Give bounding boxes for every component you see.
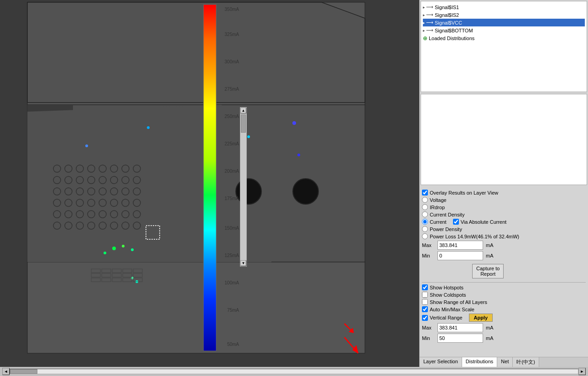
- irdrop-label: IRdrop: [430, 205, 445, 210]
- graph-area: [421, 94, 587, 185]
- expand-icon-is2: ▸: [423, 13, 425, 17]
- show-hotspots-row: Show Hotspots: [422, 284, 586, 290]
- loaded-dist-label: Loaded Distributions: [429, 36, 474, 41]
- sig-is2-label: Signal$IS2: [435, 12, 459, 18]
- min-input-row: Min mA: [422, 251, 586, 260]
- tree-item-sig-is1[interactable]: ▸ ⟶ Signal$IS1: [423, 3, 585, 11]
- show-hotspots-checkbox[interactable]: [422, 284, 428, 290]
- overlay-label: Overlay Results on Layer View: [430, 190, 498, 196]
- via-absolute-label: Via Absolute Current: [461, 219, 507, 225]
- tab-net[interactable]: Net: [497, 357, 513, 367]
- vert-max-label: Max: [422, 325, 436, 330]
- auto-minmax-row: Auto Min/Max Scale: [422, 306, 586, 312]
- scale-label-325: 325mA: [224, 32, 239, 37]
- scroll-right-btn[interactable]: ►: [578, 368, 586, 375]
- current-radio[interactable]: [422, 219, 428, 225]
- scale-label-225: 225mA: [224, 141, 239, 146]
- tab-more[interactable]: 叶(中文): [513, 357, 539, 367]
- expand-icon-bottom: ▸: [423, 28, 425, 33]
- tab-bar: Layer Selection Distributions Net 叶(中文): [420, 357, 588, 367]
- max-input[interactable]: [437, 241, 483, 250]
- show-coldspots-checkbox[interactable]: [422, 292, 428, 298]
- vertical-range-label: Vertical Range: [430, 315, 463, 320]
- scale-label-150: 150mA: [224, 226, 239, 231]
- svg-point-56: [247, 135, 250, 138]
- power-density-row: Power Density: [422, 226, 586, 232]
- max-input-row: Max mA: [422, 241, 586, 250]
- tree-item-sig-vcc[interactable]: ▸ ⟶ Signal$VCC: [423, 19, 585, 26]
- irdrop-radio[interactable]: [422, 204, 428, 210]
- svg-rect-2: [27, 262, 365, 353]
- min-input[interactable]: [437, 251, 483, 260]
- controls-area: Overlay Results on Layer View Voltage IR…: [420, 186, 588, 357]
- vertical-scrollbar[interactable]: ▲ ▼: [240, 107, 247, 267]
- max-unit: mA: [486, 242, 494, 248]
- svg-point-63: [104, 252, 106, 254]
- tab-layer-selection[interactable]: Layer Selection: [420, 357, 462, 367]
- overlay-checkbox[interactable]: [422, 190, 428, 196]
- vertical-range-row: Vertical Range Apply: [422, 314, 586, 322]
- min-unit: mA: [486, 253, 494, 258]
- vert-min-row: Min mA: [422, 334, 586, 343]
- bottom-scrollbar-area: ◄ ►: [0, 367, 588, 376]
- loaded-dist-icon: ⊕: [423, 35, 427, 41]
- scroll-left-btn[interactable]: ◄: [2, 368, 10, 375]
- show-range-all-row: Show Range of All Layers: [422, 299, 586, 305]
- scroll-down-btn[interactable]: ▼: [240, 260, 246, 266]
- sig-vcc-label: Signal$VCC: [435, 20, 462, 26]
- current-density-radio[interactable]: [422, 211, 428, 217]
- horizontal-scrollbar-track[interactable]: [10, 369, 578, 374]
- divider-1: [422, 282, 586, 283]
- svg-point-62: [131, 248, 134, 251]
- power-loss-label: Power Loss 14.9mW(46.1% of 32.4mW): [430, 234, 519, 239]
- sig-is1-icon: ⟶: [426, 4, 433, 10]
- scale-label-175: 175mA: [224, 196, 239, 201]
- irdrop-row: IRdrop: [422, 204, 586, 210]
- show-range-all-checkbox[interactable]: [422, 299, 428, 305]
- scale-label-75: 75mA: [227, 308, 239, 313]
- scale-label-200: 200mA: [224, 169, 239, 174]
- vertical-range-checkbox[interactable]: [422, 315, 428, 321]
- power-density-radio[interactable]: [422, 226, 428, 232]
- scale-label-50: 50mA: [227, 342, 239, 347]
- power-loss-radio[interactable]: [422, 233, 428, 239]
- current-label: Current: [430, 219, 447, 225]
- tree-item-sig-bottom[interactable]: ▸ ⟶ Signal$BOTTOM: [423, 26, 585, 34]
- via-absolute-checkbox[interactable]: [453, 219, 459, 225]
- scroll-up-btn[interactable]: ▲: [240, 108, 246, 113]
- svg-point-53: [293, 179, 318, 204]
- auto-minmax-label: Auto Min/Max Scale: [430, 307, 474, 312]
- tree-item-loaded-dist[interactable]: ⊕ Loaded Distributions: [423, 34, 585, 42]
- sig-is2-icon: ⟶: [426, 12, 433, 18]
- overlay-row: Overlay Results on Layer View: [422, 190, 586, 196]
- vert-max-unit: mA: [486, 325, 494, 330]
- auto-minmax-checkbox[interactable]: [422, 306, 428, 312]
- expand-icon-is1: ▸: [423, 5, 425, 10]
- svg-point-59: [85, 144, 88, 147]
- tree-view: ▸ ⟶ Signal$IS1 ▸ ⟶ Signal$IS2 ▸ ⟶ Signal…: [421, 1, 587, 92]
- svg-point-60: [112, 247, 116, 250]
- vert-max-input[interactable]: [437, 323, 483, 332]
- capture-report-button[interactable]: Capture toReport: [472, 264, 504, 278]
- expand-icon-vcc: ▸: [423, 21, 425, 25]
- power-density-label: Power Density: [430, 227, 462, 232]
- vert-min-label: Min: [422, 335, 436, 341]
- svg-point-58: [297, 154, 300, 156]
- svg-point-55: [147, 126, 150, 129]
- sig-bottom-label: Signal$BOTTOM: [435, 28, 473, 33]
- scale-label-250: 250mA: [224, 114, 239, 119]
- show-coldspots-row: Show Coldspots: [422, 292, 586, 298]
- vert-min-unit: mA: [486, 335, 494, 341]
- tab-distributions[interactable]: Distributions: [462, 357, 498, 367]
- tree-item-sig-is2[interactable]: ▸ ⟶ Signal$IS2: [423, 11, 585, 19]
- voltage-radio[interactable]: [422, 197, 428, 203]
- sig-bottom-icon: ⟶: [426, 27, 433, 33]
- scale-label-300: 300mA: [224, 59, 239, 64]
- pcb-canvas: 350mA 325mA 300mA 275mA 250mA 225mA 200m…: [0, 0, 419, 367]
- apply-button[interactable]: Apply: [469, 314, 493, 322]
- vert-min-input[interactable]: [437, 334, 483, 343]
- scale-label-125: 125mA: [224, 253, 239, 258]
- current-row: Current Via Absolute Current: [422, 219, 586, 225]
- horizontal-scrollbar-thumb[interactable]: [10, 369, 37, 374]
- scroll-thumb[interactable]: [241, 114, 246, 133]
